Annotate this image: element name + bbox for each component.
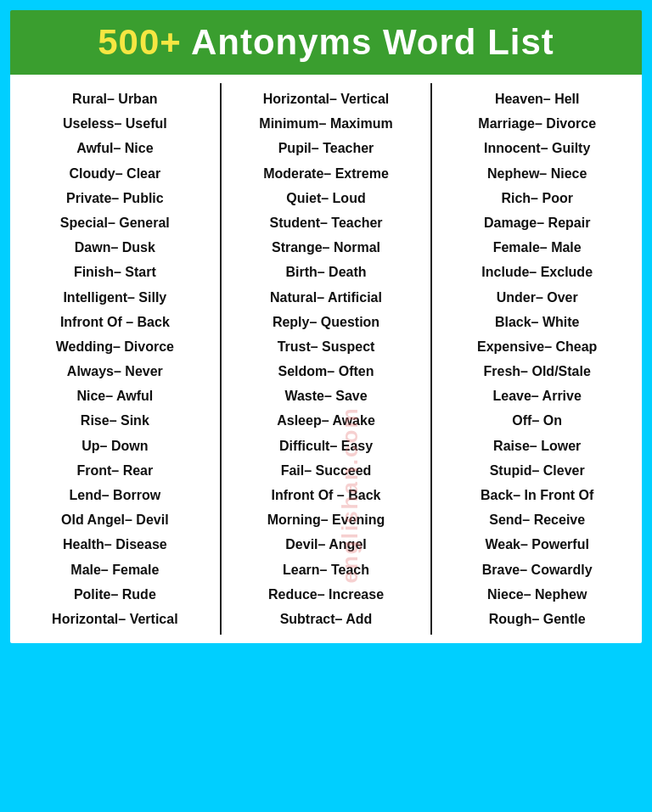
word-pair: Fresh– Old/Stale (484, 359, 591, 384)
word-pair: Front– Rear (76, 458, 153, 483)
column-1: Rural– UrbanUseless– UsefulAwful– NiceCl… (10, 83, 222, 635)
word-pair: Infront Of – Back (272, 483, 381, 507)
word-pair: Polite– Rude (74, 582, 156, 607)
word-pair: Up– Down (82, 434, 148, 458)
word-pair: Finish– Start (74, 260, 156, 284)
word-pair: Niece– Nephew (487, 582, 587, 607)
word-pair: Male– Female (70, 557, 159, 582)
word-pair: Stupid– Clever (490, 458, 585, 483)
word-pair: Rich– Poor (501, 186, 572, 210)
word-pair: Lend– Borrow (70, 483, 161, 507)
content-wrapper: Rural– UrbanUseless– UsefulAwful– NiceCl… (10, 75, 642, 643)
word-pair: Special– General (60, 210, 170, 235)
word-pair: Difficult– Easy (279, 434, 373, 458)
word-pair: Subtract– Add (280, 607, 373, 631)
word-pair: Quiet– Loud (286, 186, 365, 210)
word-pair: Pupil– Teacher (278, 136, 374, 160)
word-pair: Rural– Urban (72, 87, 157, 111)
word-pair: Old Angel– Devil (61, 507, 169, 532)
word-pair: Nice– Awful (76, 384, 153, 408)
column-2: Horizontal– VerticalMinimum– MaximumPupi… (222, 83, 433, 635)
word-pair: Expensive– Cheap (477, 334, 597, 359)
word-pair: Off– On (512, 408, 562, 433)
content-area: Rural– UrbanUseless– UsefulAwful– NiceCl… (10, 75, 642, 643)
word-pair: Private– Public (66, 186, 164, 210)
word-pair: Dawn– Dusk (75, 235, 155, 260)
word-pair: Fail– Succeed (281, 458, 372, 483)
word-pair: Horizontal– Vertical (263, 87, 390, 111)
word-pair: Awful– Nice (76, 136, 153, 160)
word-pair: Rise– Sink (81, 408, 149, 433)
word-pair: Useless– Useful (63, 111, 167, 136)
word-pair: Black– White (495, 310, 580, 334)
page-title: 500+ Antonyms Word List (19, 22, 633, 63)
word-pair: Female– Male (493, 235, 582, 260)
word-pair: Health– Disease (63, 532, 167, 557)
word-pair: Natural– Artificial (270, 285, 382, 310)
word-pair: Seldom– Often (278, 359, 374, 384)
column-3: Heaven– HellMarriage– DivorceInnocent– G… (432, 83, 642, 635)
title-rest: Antonyms Word List (182, 22, 554, 62)
word-pair: Brave– Cowardly (482, 557, 593, 582)
word-pair: Learn– Teach (283, 557, 369, 582)
word-pair: Student– Teacher (269, 210, 382, 235)
page-header: 500+ Antonyms Word List (10, 10, 642, 75)
word-pair: Horizontal– Vertical (52, 607, 178, 631)
word-pair: Back– In Front Of (481, 483, 593, 507)
word-pair: Heaven– Hell (495, 87, 580, 111)
word-pair: Intelligent– Silly (63, 285, 166, 310)
word-pair: Infront Of – Back (60, 310, 170, 334)
word-pair: Marriage– Divorce (478, 111, 596, 136)
word-pair: Reduce– Increase (268, 582, 384, 607)
word-pair: Birth– Death (285, 260, 366, 284)
word-pair: Include– Exclude (481, 260, 593, 284)
word-pair: Nephew– Niece (487, 161, 587, 186)
title-highlight: 500+ (98, 22, 182, 62)
word-pair: Devil– Angel (285, 532, 366, 557)
word-pair: Waste– Save (284, 384, 367, 408)
word-pair: Strange– Normal (272, 235, 380, 260)
word-pair: Morning– Evening (267, 507, 385, 532)
word-pair: Send– Receive (489, 507, 585, 532)
word-pair: Weak– Powerful (485, 532, 588, 557)
word-pair: Reply– Question (273, 310, 379, 334)
outer-container: 500+ Antonyms Word List Rural– UrbanUsel… (7, 7, 645, 647)
word-pair: Moderate– Extreme (263, 161, 389, 186)
word-pair: Innocent– Guilty (484, 136, 590, 160)
word-pair: Minimum– Maximum (259, 111, 392, 136)
word-pair: Raise– Lower (493, 434, 581, 458)
word-pair: Leave– Arrive (492, 384, 581, 408)
word-pair: Trust– Suspect (278, 334, 375, 359)
word-pair: Wedding– Divorce (56, 334, 174, 359)
word-pair: Under– Over (497, 285, 578, 310)
word-pair: Cloudy– Clear (70, 161, 161, 186)
word-pair: Rough– Gentle (489, 607, 586, 631)
word-pair: Damage– Repair (484, 210, 590, 235)
word-pair: Asleep– Awake (277, 408, 375, 433)
word-pair: Always– Never (67, 359, 163, 384)
